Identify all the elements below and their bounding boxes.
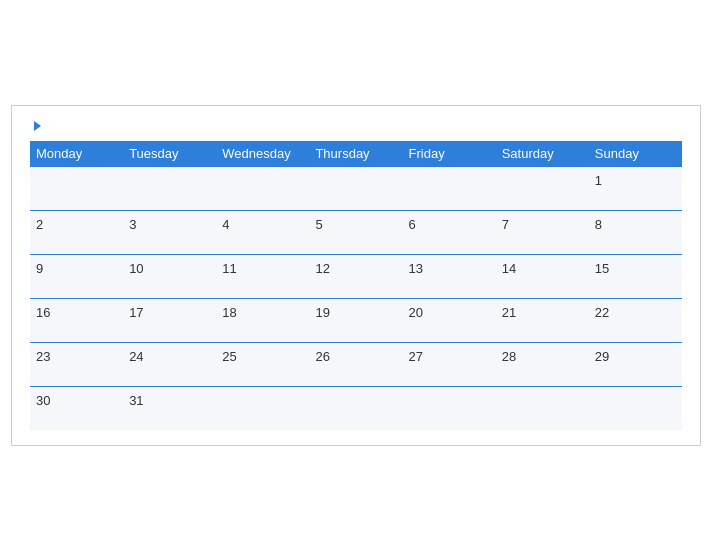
calendar-day: 6 [403,210,496,254]
calendar-day: 23 [30,342,123,386]
calendar-day: 30 [30,386,123,430]
calendar-day: 14 [496,254,589,298]
calendar-day: 24 [123,342,216,386]
calendar-day: 17 [123,298,216,342]
calendar-day [123,166,216,210]
calendar-day: 9 [30,254,123,298]
calendar-day: 18 [216,298,309,342]
calendar-day [589,386,682,430]
calendar-day [496,166,589,210]
calendar-day: 3 [123,210,216,254]
week-row-3: 9101112131415 [30,254,682,298]
calendar-day: 11 [216,254,309,298]
calendar-day: 19 [309,298,402,342]
calendar-day: 27 [403,342,496,386]
calendar-day: 26 [309,342,402,386]
week-row-2: 2345678 [30,210,682,254]
calendar-day: 22 [589,298,682,342]
calendar-day: 29 [589,342,682,386]
calendar-day: 10 [123,254,216,298]
calendar-day: 16 [30,298,123,342]
calendar-table: MondayTuesdayWednesdayThursdayFridaySatu… [30,141,682,430]
weekday-monday: Monday [30,141,123,167]
calendar-day: 28 [496,342,589,386]
weekday-friday: Friday [403,141,496,167]
week-row-6: 3031 [30,386,682,430]
calendar-day: 4 [216,210,309,254]
calendar-day [403,386,496,430]
calendar-day: 21 [496,298,589,342]
calendar-day: 5 [309,210,402,254]
calendar-day [216,166,309,210]
calendar-day: 15 [589,254,682,298]
calendar-day: 13 [403,254,496,298]
week-row-1: 1 [30,166,682,210]
logo [30,121,41,131]
weekday-thursday: Thursday [309,141,402,167]
weekday-tuesday: Tuesday [123,141,216,167]
weekday-saturday: Saturday [496,141,589,167]
calendar-day: 2 [30,210,123,254]
calendar-day [496,386,589,430]
calendar-day [403,166,496,210]
week-row-5: 23242526272829 [30,342,682,386]
calendar-day [30,166,123,210]
calendar-day: 8 [589,210,682,254]
calendar-header [30,121,682,131]
calendar-day: 20 [403,298,496,342]
logo-triangle-icon [34,121,41,131]
calendar-day: 7 [496,210,589,254]
calendar-day: 25 [216,342,309,386]
weekday-sunday: Sunday [589,141,682,167]
weekday-header-row: MondayTuesdayWednesdayThursdayFridaySatu… [30,141,682,167]
calendar-day [216,386,309,430]
calendar-container: MondayTuesdayWednesdayThursdayFridaySatu… [11,105,701,446]
week-row-4: 16171819202122 [30,298,682,342]
calendar-day: 31 [123,386,216,430]
weekday-wednesday: Wednesday [216,141,309,167]
calendar-day: 12 [309,254,402,298]
calendar-day [309,166,402,210]
calendar-day: 1 [589,166,682,210]
calendar-day [309,386,402,430]
